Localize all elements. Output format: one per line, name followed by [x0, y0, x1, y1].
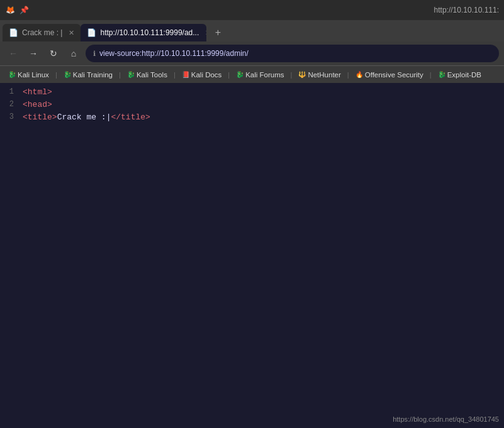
bookmark-kali-docs-label: Kali Docs — [191, 71, 222, 79]
bookmark-kali-training[interactable]: 🐉 Kali Training — [59, 70, 117, 80]
tab-bar: 📄 Crack me : | ✕ 📄 http://10.10.10.111:9… — [0, 20, 504, 41]
tab2-close[interactable]: ✕ — [205, 29, 206, 37]
tab2-favicon: 📄 — [87, 28, 96, 37]
line-content: <head> — [23, 100, 504, 109]
kali-linux-icon: 🐉 — [8, 71, 16, 78]
source-view: 1<html>2<head>3<title>Crack me :|</title… — [0, 83, 504, 428]
source-line: 1<html> — [0, 87, 504, 99]
kali-training-icon: 🐉 — [64, 71, 71, 78]
bookmark-kali-forums-label: Kali Forums — [245, 71, 284, 79]
title-bar-url: http://10.10.10.111: — [434, 6, 499, 14]
tab1-favicon: 📄 — [9, 28, 18, 37]
title-bar-left: 🦊 📌 — [5, 5, 29, 15]
nethunter-icon: 🔱 — [298, 71, 306, 78]
address-bar: ← → ↻ ⌂ ℹ view-source:http://10.10.10.11… — [0, 41, 504, 65]
sep1: | — [55, 71, 57, 79]
exploit-db-icon: 🐉 — [438, 71, 445, 78]
kali-tools-icon: 🐉 — [127, 71, 135, 78]
reload-button[interactable]: ↻ — [45, 45, 62, 62]
line-number: 2 — [0, 100, 23, 109]
bookmarks-bar: 🐉 Kali Linux | 🐉 Kali Training | 🐉 Kali … — [0, 65, 504, 83]
line-number: 1 — [0, 87, 23, 96]
sep3: | — [174, 71, 176, 79]
tab-admin[interactable]: 📄 http://10.10.10.111:9999/ad... ✕ — [81, 24, 206, 41]
bookmark-kali-linux-label: Kali Linux — [18, 71, 49, 79]
info-icon: ℹ — [93, 50, 96, 58]
url-bar[interactable]: ℹ view-source:http://10.10.10.111:9999/a… — [86, 45, 499, 62]
line-content: <title>Crack me :|</title> — [23, 112, 504, 122]
source-line: 3<title>Crack me :|</title> — [0, 112, 504, 124]
bookmark-offensive-security-label: Offensive Security — [365, 71, 423, 79]
sep4: | — [228, 71, 230, 79]
firefox-icon: 🦊 — [5, 5, 15, 15]
forward-button[interactable]: → — [25, 45, 42, 62]
url-text: view-source:http://10.10.10.111:9999/adm… — [99, 49, 249, 58]
new-tab-button[interactable]: + — [209, 24, 227, 41]
bookmark-kali-tools-label: Kali Tools — [137, 71, 167, 79]
tab2-label: http://10.10.10.111:9999/ad... — [100, 28, 199, 37]
tab1-label: Crack me : | — [22, 28, 62, 37]
home-button[interactable]: ⌂ — [65, 45, 82, 62]
watermark: https://blog.csdn.net/qq_34801745 — [393, 415, 499, 423]
bookmark-offensive-security[interactable]: 🔥 Offensive Security — [351, 70, 428, 80]
bookmark-exploit-db[interactable]: 🐉 Exploit-DB — [434, 70, 486, 80]
bookmark-kali-tools[interactable]: 🐉 Kali Tools — [123, 70, 172, 80]
kali-forums-icon: 🐉 — [236, 71, 244, 78]
line-content: <html> — [23, 87, 504, 97]
bookmark-kali-training-label: Kali Training — [73, 71, 113, 79]
line-number: 3 — [0, 112, 23, 121]
sep7: | — [430, 71, 432, 79]
tab1-close[interactable]: ✕ — [69, 29, 74, 37]
pin-icon: 📌 — [19, 5, 29, 15]
back-button[interactable]: ← — [5, 45, 21, 62]
bookmark-exploit-db-label: Exploit-DB — [447, 71, 481, 79]
tab-crack-me[interactable]: 📄 Crack me : | ✕ — [3, 24, 81, 41]
bookmark-kali-linux[interactable]: 🐉 Kali Linux — [4, 70, 53, 80]
bookmark-nethunter-label: NetHunter — [308, 71, 340, 79]
source-line: 2<head> — [0, 99, 504, 112]
offensive-security-icon: 🔥 — [356, 71, 363, 78]
sep6: | — [347, 71, 349, 79]
sep5: | — [291, 71, 293, 79]
bookmark-nethunter[interactable]: 🔱 NetHunter — [294, 70, 345, 80]
bookmark-kali-docs[interactable]: 📕 Kali Docs — [177, 70, 227, 80]
kali-docs-icon: 📕 — [182, 71, 189, 78]
bookmark-kali-forums[interactable]: 🐉 Kali Forums — [232, 70, 288, 80]
title-bar: 🦊 📌 http://10.10.10.111: — [0, 0, 504, 20]
sep2: | — [119, 71, 121, 79]
